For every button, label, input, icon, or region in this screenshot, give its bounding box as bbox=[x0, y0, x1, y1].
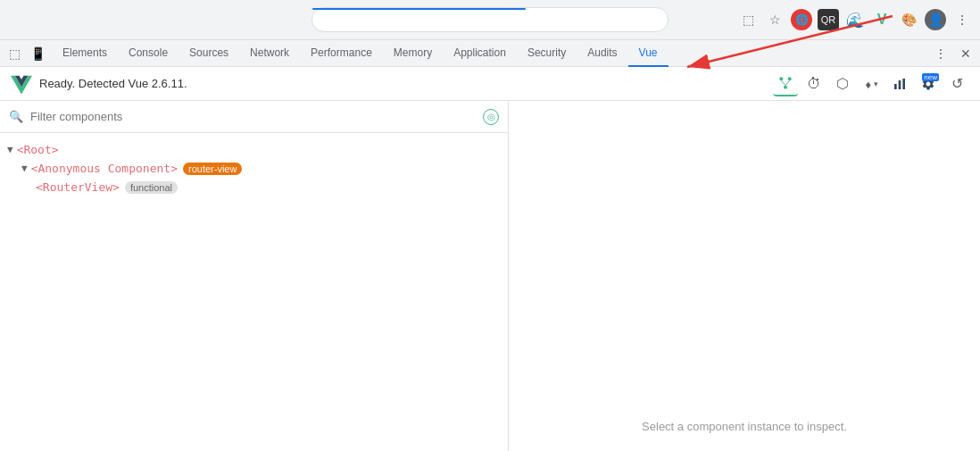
vue-ext-icon[interactable]: V bbox=[871, 9, 893, 30]
svg-rect-7 bbox=[894, 84, 897, 89]
performance-btn[interactable] bbox=[887, 71, 912, 96]
router-view-badge: router-view bbox=[183, 163, 242, 175]
close-devtools-icon[interactable]: ✕ bbox=[955, 43, 976, 64]
tree-tag-anon: <Anonymous Component> bbox=[31, 162, 178, 175]
tree-item-anon[interactable]: ▼ <Anonymous Component> router-view bbox=[14, 159, 508, 178]
tab-console[interactable]: Console bbox=[118, 40, 179, 67]
search-icon: 🔍 bbox=[9, 110, 23, 123]
tree-arrow-anon: ▼ bbox=[21, 163, 28, 174]
bookmark-icon[interactable]: ☆ bbox=[764, 9, 785, 30]
devtools-tabs-right: ⋮ ✕ bbox=[930, 43, 980, 64]
browser-icons: ⬚ ☆ 🌐 QR 🌊 V 🎨 👤 ⋮ bbox=[737, 9, 973, 30]
devtools-left-icons: ⬚ 📱 bbox=[4, 43, 48, 64]
filter-input[interactable] bbox=[30, 110, 476, 123]
main-content: 🔍 ◎ ▼ <Root> ▼ <Anonymous Component> rou… bbox=[0, 101, 980, 451]
cast-icon[interactable]: ⬚ bbox=[737, 9, 759, 30]
tree-item-routerview[interactable]: <RouterView> functional bbox=[29, 178, 508, 196]
tab-vue[interactable]: Vue bbox=[628, 40, 669, 67]
svg-point-3 bbox=[788, 77, 792, 80]
svg-line-5 bbox=[781, 80, 785, 85]
filter-refresh-icon[interactable]: ◎ bbox=[483, 109, 499, 125]
devtools-tabs-bar: ⬚ 📱 Elements Console Sources Network Per… bbox=[0, 40, 980, 67]
filter-bar: 🔍 ◎ bbox=[0, 101, 508, 133]
tab-application[interactable]: Application bbox=[443, 40, 517, 67]
vue-devtools-header: Ready. Detected Vue 2.6.11. ⏱ ⬡ ⬧▾ new ↺ bbox=[0, 67, 980, 101]
tree-tag-routerview: <RouterView> bbox=[36, 180, 120, 194]
tree-tag-root: <Root> bbox=[17, 143, 59, 156]
refresh-btn[interactable]: ↺ bbox=[944, 71, 969, 96]
address-bar[interactable] bbox=[311, 7, 669, 32]
progress-bar bbox=[312, 8, 526, 10]
inspect-element-icon[interactable]: ⬚ bbox=[4, 43, 25, 64]
routing-btn[interactable]: ⬧▾ bbox=[859, 71, 884, 96]
new-badge: new bbox=[922, 73, 939, 81]
functional-badge: functional bbox=[125, 181, 178, 194]
tab-performance[interactable]: Performance bbox=[300, 40, 383, 67]
ext-icon-3[interactable]: 🌊 bbox=[844, 9, 866, 30]
vuex-btn[interactable]: ⬡ bbox=[830, 71, 855, 96]
vue-logo-icon bbox=[11, 73, 32, 95]
device-toolbar-icon[interactable]: 📱 bbox=[27, 43, 48, 64]
vue-status-text: Ready. Detected Vue 2.6.11. bbox=[39, 77, 766, 90]
vue-toolbar-icons: ⏱ ⬡ ⬧▾ new ↺ bbox=[773, 71, 969, 96]
svg-rect-9 bbox=[902, 79, 905, 89]
svg-rect-8 bbox=[899, 80, 901, 89]
tab-memory[interactable]: Memory bbox=[383, 40, 443, 67]
tree-arrow-root: ▼ bbox=[7, 144, 13, 155]
ext-icon-2[interactable]: QR bbox=[818, 9, 839, 30]
colorful-icon[interactable]: 🎨 bbox=[898, 9, 919, 30]
left-panel: 🔍 ◎ ▼ <Root> ▼ <Anonymous Component> rou… bbox=[0, 101, 509, 451]
right-panel: Select a component instance to inspect. bbox=[509, 101, 980, 451]
tree-item-root[interactable]: ▼ <Root> bbox=[0, 140, 508, 159]
svg-point-2 bbox=[779, 77, 783, 80]
tab-sources[interactable]: Sources bbox=[179, 40, 239, 67]
empty-state-text: Select a component instance to inspect. bbox=[642, 420, 847, 433]
settings-btn[interactable]: new bbox=[916, 71, 941, 96]
svg-point-4 bbox=[784, 85, 787, 88]
account-icon[interactable]: 👤 bbox=[925, 9, 946, 30]
component-tree-btn[interactable] bbox=[773, 71, 798, 96]
svg-line-6 bbox=[785, 80, 790, 85]
tab-audits[interactable]: Audits bbox=[577, 40, 627, 67]
time-travel-btn[interactable]: ⏱ bbox=[801, 71, 826, 96]
tab-elements[interactable]: Elements bbox=[52, 40, 118, 67]
browser-top-bar: ⬚ ☆ 🌐 QR 🌊 V 🎨 👤 ⋮ bbox=[0, 0, 980, 40]
tab-security[interactable]: Security bbox=[517, 40, 577, 67]
more-tabs-icon[interactable]: ⋮ bbox=[930, 43, 951, 64]
tab-network[interactable]: Network bbox=[239, 40, 300, 67]
menu-icon[interactable]: ⋮ bbox=[951, 9, 973, 30]
ext-icon-1[interactable]: 🌐 bbox=[791, 9, 812, 30]
component-tree: ▼ <Root> ▼ <Anonymous Component> router-… bbox=[0, 133, 508, 451]
